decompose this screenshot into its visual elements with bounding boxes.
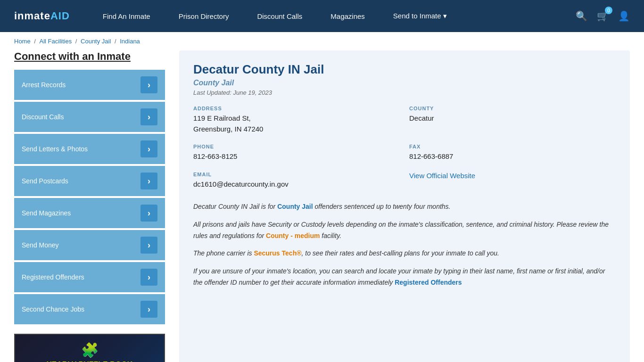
sidebar-item-arrest-records[interactable]: Arrest Records › — [14, 70, 165, 100]
main-nav: Find An Inmate Prison Directory Discount… — [89, 0, 576, 32]
nav-prison-directory[interactable]: Prison Directory — [165, 0, 243, 32]
sidebar-item-label: Discount Calls — [22, 113, 64, 121]
phone-label: PHONE — [193, 144, 400, 149]
sidebar-item-label: Arrest Records — [22, 81, 66, 89]
county-label: COUNTY — [409, 106, 616, 111]
sidebar-item-label: Send Postcards — [22, 177, 68, 185]
fax-label: FAX — [409, 144, 616, 149]
puzzle-icon: 🧩 — [81, 342, 99, 358]
sidebar-item-label: Registered Offenders — [22, 273, 84, 281]
logo[interactable]: inmateAID — [14, 10, 70, 22]
breadcrumb-all-facilities[interactable]: All Facilities — [40, 38, 72, 45]
fax-section: FAX 812-663-6887 — [409, 144, 616, 162]
website-section: View Official Website — [409, 172, 616, 190]
county-value: Decatur — [409, 113, 616, 124]
nav-discount-calls[interactable]: Discount Calls — [243, 0, 316, 32]
facility-updated: Last Updated: June 19, 2023 — [193, 89, 616, 96]
desc2-text: All prisons and jails have Security or C… — [193, 221, 609, 239]
sidebar-item-label: Send Money — [22, 241, 59, 249]
main-container: Connect with an Inmate Arrest Records › … — [0, 50, 644, 362]
main-content: Decatur County IN Jail County Jail Last … — [179, 50, 630, 362]
email-value: dc1610@decaturcounty.in.gov — [193, 179, 400, 190]
county-jail-link[interactable]: County Jail — [277, 203, 313, 210]
sidebar-title: Connect with an Inmate — [14, 50, 165, 63]
search-icon[interactable]: 🔍 — [576, 10, 587, 22]
arrow-icon: › — [140, 237, 157, 254]
ad-banner[interactable]: 🧩 YEARLY PUZZLE BOOK SUBSCRIPTIONS START… — [14, 334, 165, 362]
sidebar-item-registered-offenders[interactable]: Registered Offenders › — [14, 262, 165, 292]
facility-type: County Jail — [193, 79, 616, 87]
address-section: ADDRESS 119 E Railroad St, Greensburg, I… — [193, 106, 400, 134]
securus-tech-link[interactable]: Securus Tech® — [254, 249, 301, 257]
email-label: EMAIL — [193, 172, 400, 177]
desc3-text: The phone carrier is — [193, 249, 254, 257]
registered-offenders-link[interactable]: Registered Offenders — [395, 279, 462, 286]
facility-description: Decatur County IN Jail is for County Jai… — [193, 201, 616, 288]
county-medium-link[interactable]: County - medium — [266, 232, 320, 239]
arrow-icon: › — [140, 108, 157, 125]
sidebar-item-second-chance-jobs[interactable]: Second Chance Jobs › — [14, 294, 165, 324]
desc-paragraph-2: All prisons and jails have Security or C… — [193, 219, 616, 242]
sidebar-item-label: Second Chance Jobs — [22, 305, 84, 313]
desc-paragraph-3: The phone carrier is Securus Tech®, to s… — [193, 248, 616, 259]
sidebar: Connect with an Inmate Arrest Records › … — [14, 50, 165, 362]
nav-magazines[interactable]: Magazines — [316, 0, 379, 32]
phone-value: 812-663-8125 — [193, 151, 400, 162]
phone-section: PHONE 812-663-8125 — [193, 144, 400, 162]
arrow-icon: › — [140, 76, 157, 93]
sidebar-item-send-money[interactable]: Send Money › — [14, 230, 165, 260]
breadcrumb: Home / All Facilities / County Jail / In… — [0, 32, 644, 50]
arrow-icon: › — [140, 269, 157, 286]
address-line1: 119 E Railroad St, — [193, 114, 251, 122]
logo-part1: inmate — [14, 10, 50, 22]
breadcrumb-indiana[interactable]: Indiana — [120, 38, 140, 45]
logo-text: inmateAID — [14, 10, 70, 22]
breadcrumb-county-jail[interactable]: County Jail — [81, 38, 111, 45]
address-label: ADDRESS — [193, 106, 400, 111]
desc3-cont: , to see their rates and best-calling pl… — [302, 249, 499, 257]
sidebar-item-label: Send Magazines — [22, 209, 71, 217]
sidebar-item-send-letters[interactable]: Send Letters & Photos › — [14, 134, 165, 164]
desc-paragraph-4: If you are unsure of your inmate's locat… — [193, 266, 616, 288]
cart-badge: 0 — [605, 7, 612, 14]
nav-send-to-inmate[interactable]: Send to Inmate ▾ — [379, 0, 461, 32]
user-icon[interactable]: 👤 — [618, 10, 630, 22]
info-grid: ADDRESS 119 E Railroad St, Greensburg, I… — [193, 106, 616, 189]
sidebar-item-send-postcards[interactable]: Send Postcards › — [14, 166, 165, 196]
fax-value: 812-663-6887 — [409, 151, 616, 162]
header: inmateAID Find An Inmate Prison Director… — [0, 0, 644, 32]
breadcrumb-home[interactable]: Home — [14, 38, 31, 45]
nav-find-inmate[interactable]: Find An Inmate — [89, 0, 165, 32]
address-line2: Greensburg, IN 47240 — [193, 125, 263, 133]
desc-paragraph-1: Decatur County IN Jail is for County Jai… — [193, 201, 616, 213]
sidebar-item-label: Send Letters & Photos — [22, 145, 88, 153]
arrow-icon: › — [140, 140, 157, 157]
county-section: COUNTY Decatur — [409, 106, 616, 134]
logo-part2: AID — [50, 10, 70, 22]
view-official-website-link[interactable]: View Official Website — [409, 172, 475, 180]
cart-icon[interactable]: 🛒 0 — [597, 10, 609, 22]
email-section: EMAIL dc1610@decaturcounty.in.gov — [193, 172, 400, 190]
arrow-icon: › — [140, 173, 157, 189]
facility-title: Decatur County IN Jail — [193, 62, 616, 77]
desc2-cont: facility. — [320, 232, 341, 239]
desc1-text: Decatur County IN Jail is for — [193, 203, 277, 210]
arrow-icon: › — [140, 301, 157, 318]
header-actions: 🔍 🛒 0 👤 — [576, 10, 630, 22]
sidebar-item-discount-calls[interactable]: Discount Calls › — [14, 102, 165, 132]
arrow-icon: › — [140, 205, 157, 222]
sidebar-item-send-magazines[interactable]: Send Magazines › — [14, 198, 165, 228]
desc1-cont: offenders sentenced up to twenty four mo… — [313, 203, 451, 210]
address-value: 119 E Railroad St, Greensburg, IN 47240 — [193, 113, 400, 134]
